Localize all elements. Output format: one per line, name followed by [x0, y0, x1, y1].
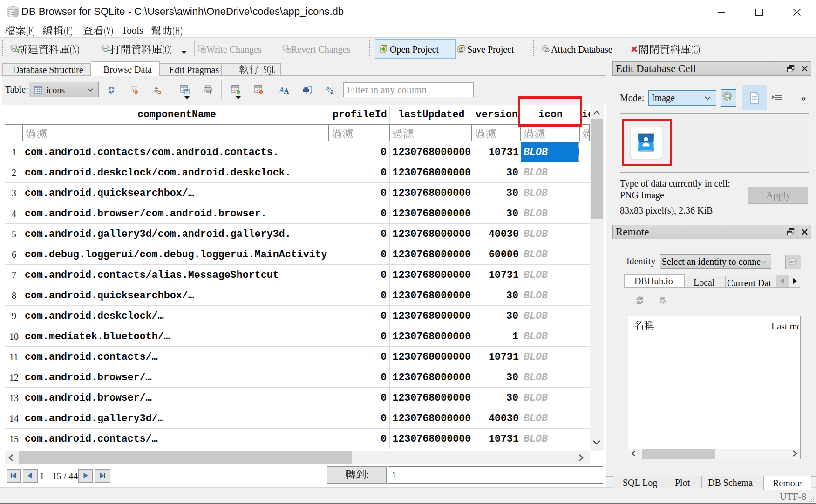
svg-text:b: b — [326, 85, 329, 91]
svg-text:A: A — [284, 87, 289, 94]
svg-text:a: a — [330, 87, 334, 94]
